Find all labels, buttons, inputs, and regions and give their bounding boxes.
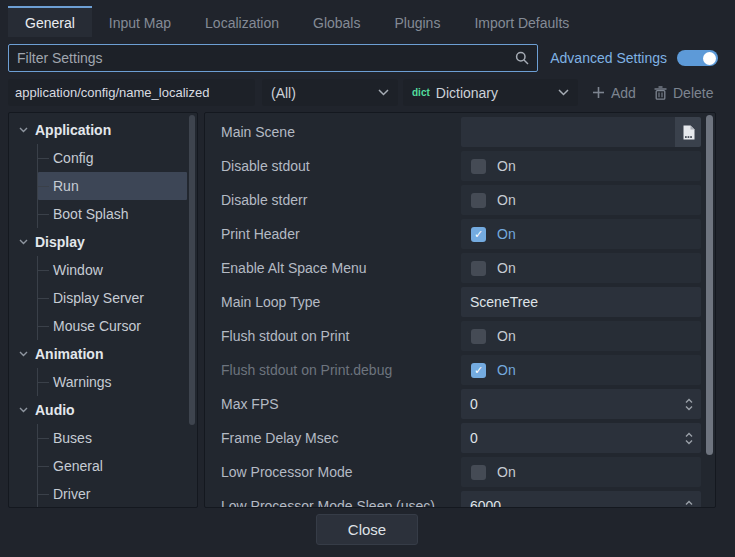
- tab-label: Globals: [313, 15, 360, 31]
- checkbox-label: On: [497, 158, 516, 174]
- settings-tree: Application Config Run Boot Splash Displ…: [9, 113, 197, 508]
- setting-row-low-processor-mode: Low Processor Mode On: [205, 455, 715, 489]
- checkbox-checked[interactable]: [471, 363, 486, 378]
- spinner-updown-icon[interactable]: [683, 431, 695, 446]
- sidebar-item-config[interactable]: Config: [38, 144, 187, 172]
- property-path-input[interactable]: application/config/name_localized: [8, 79, 255, 106]
- sidebar-item-display-server[interactable]: Display Server: [38, 284, 187, 312]
- low-processor-sleep-spinbox[interactable]: 6000: [461, 498, 701, 508]
- sidebar-item-run[interactable]: Run: [38, 172, 187, 200]
- setting-row-enable-alt-space-menu: Enable Alt Space Menu On: [205, 251, 715, 285]
- setting-label: Low Processor Mode Sleep (usec): [205, 498, 461, 508]
- checkbox-label: On: [497, 192, 516, 208]
- tab-input-map[interactable]: Input Map: [92, 6, 188, 37]
- tab-plugins[interactable]: Plugins: [377, 6, 457, 37]
- setting-label: Flush stdout on Print: [205, 328, 461, 344]
- filter-settings-input[interactable]: [17, 50, 515, 66]
- main-scene-input[interactable]: [461, 117, 675, 147]
- advanced-settings-toggle[interactable]: [677, 50, 718, 66]
- sidebar-section-display[interactable]: Display: [9, 228, 197, 256]
- add-button[interactable]: Add: [588, 79, 640, 106]
- scrollbar-thumb[interactable]: [189, 115, 195, 425]
- setting-row-flush-stdout-on-print: Flush stdout on Print On: [205, 319, 715, 353]
- type-dropdown-value: Dictionary: [436, 85, 498, 101]
- spinner-updown-icon[interactable]: [683, 499, 695, 509]
- sidebar-item-general[interactable]: General: [38, 452, 187, 480]
- main-loop-type-input[interactable]: SceneTree: [461, 287, 701, 317]
- checkbox-unchecked[interactable]: [471, 465, 486, 480]
- file-picker-button[interactable]: [675, 117, 701, 147]
- sidebar-item-window[interactable]: Window: [38, 256, 187, 284]
- setting-label: Flush stdout on Print.debug: [205, 362, 461, 378]
- advanced-settings-label: Advanced Settings: [550, 50, 667, 66]
- setting-label: Frame Delay Msec: [205, 430, 461, 446]
- setting-label: Low Processor Mode: [205, 464, 461, 480]
- settings-scrollbar[interactable]: [706, 115, 713, 507]
- chevron-down-icon: [378, 89, 389, 96]
- delete-button-label: Delete: [673, 85, 713, 101]
- scrollbar-thumb[interactable]: [706, 115, 713, 455]
- dialog-footer: Close: [0, 508, 735, 557]
- sidebar-item-label: Run: [53, 178, 79, 194]
- sidebar-item-warnings[interactable]: Warnings: [38, 368, 187, 396]
- tab-bar: General Input Map Localization Globals P…: [8, 6, 727, 37]
- tab-localization[interactable]: Localization: [188, 6, 296, 37]
- tab-label: Localization: [205, 15, 279, 31]
- setting-row-main-scene: Main Scene: [205, 115, 715, 149]
- sidebar-item-label: Config: [53, 150, 93, 166]
- setting-label: Main Loop Type: [205, 294, 461, 310]
- sidebar-item-label: Display Server: [53, 290, 144, 306]
- chevron-down-icon: [19, 351, 28, 357]
- setting-row-max-fps: Max FPS 0: [205, 387, 715, 421]
- advanced-settings-control: Advanced Settings: [550, 44, 718, 72]
- checkbox-unchecked[interactable]: [471, 193, 486, 208]
- setting-label: Print Header: [205, 226, 461, 242]
- tab-general[interactable]: General: [8, 6, 92, 37]
- close-button[interactable]: Close: [316, 514, 418, 545]
- checkbox-label: On: [497, 226, 516, 242]
- setting-row-print-header: Print Header On: [205, 217, 715, 251]
- tab-label: Input Map: [109, 15, 171, 31]
- checkbox-label: On: [497, 328, 516, 344]
- plus-icon: [592, 86, 605, 99]
- checkbox-checked[interactable]: [471, 227, 486, 242]
- tree-group: Buses General Driver: [37, 424, 197, 508]
- text-value: SceneTree: [461, 294, 701, 310]
- sidebar-item-boot-splash[interactable]: Boot Splash: [38, 200, 187, 228]
- max-fps-spinbox[interactable]: 0: [461, 396, 701, 412]
- filter-settings-searchbox[interactable]: [8, 44, 538, 72]
- sidebar-scrollbar[interactable]: [189, 115, 195, 507]
- tab-label: General: [25, 15, 75, 31]
- sidebar-item-label: Mouse Cursor: [53, 318, 141, 334]
- tree-group: Window Display Server Mouse Cursor: [37, 256, 197, 340]
- sidebar-item-driver[interactable]: Driver: [38, 480, 187, 508]
- tab-globals[interactable]: Globals: [296, 6, 377, 37]
- delete-button[interactable]: Delete: [650, 79, 717, 106]
- category-filter-dropdown[interactable]: (All): [262, 79, 398, 106]
- checkbox-unchecked[interactable]: [471, 159, 486, 174]
- sidebar-section-label: Display: [35, 234, 85, 250]
- property-path-value: application/config/name_localized: [15, 85, 209, 100]
- setting-label: Disable stdout: [205, 158, 461, 174]
- setting-row-low-processor-mode-sleep: Low Processor Mode Sleep (usec) 6000: [205, 489, 715, 508]
- sidebar-item-mouse-cursor[interactable]: Mouse Cursor: [38, 312, 187, 340]
- type-dropdown[interactable]: dict Dictionary: [403, 79, 578, 106]
- checkbox-unchecked[interactable]: [471, 261, 486, 276]
- sidebar-section-animation[interactable]: Animation: [9, 340, 197, 368]
- spinner-updown-icon[interactable]: [683, 397, 695, 412]
- sidebar-item-label: Boot Splash: [53, 206, 129, 222]
- tree-group: Warnings: [37, 368, 197, 396]
- sidebar-item-buses[interactable]: Buses: [38, 424, 187, 452]
- tab-label: Plugins: [394, 15, 440, 31]
- sidebar-section-application[interactable]: Application: [9, 116, 197, 144]
- frame-delay-spinbox[interactable]: 0: [461, 430, 701, 446]
- dictionary-type-icon: dict: [412, 87, 430, 98]
- add-button-label: Add: [611, 85, 636, 101]
- trash-icon: [654, 86, 667, 100]
- tab-import-defaults[interactable]: Import Defaults: [457, 6, 586, 37]
- toggle-knob: [703, 52, 716, 65]
- sidebar-section-audio[interactable]: Audio: [9, 396, 197, 424]
- project-settings-dialog: General Input Map Localization Globals P…: [0, 0, 735, 557]
- setting-label: Disable stderr: [205, 192, 461, 208]
- checkbox-unchecked[interactable]: [471, 329, 486, 344]
